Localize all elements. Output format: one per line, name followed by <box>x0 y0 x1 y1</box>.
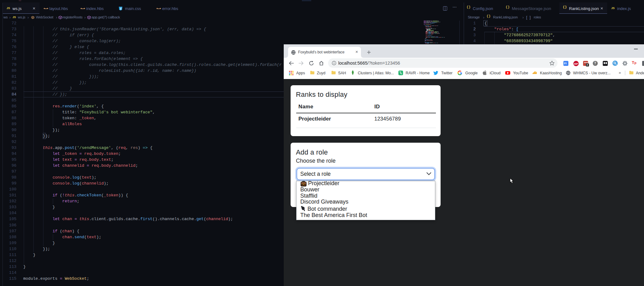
svg-text:3: 3 <box>120 7 121 10</box>
